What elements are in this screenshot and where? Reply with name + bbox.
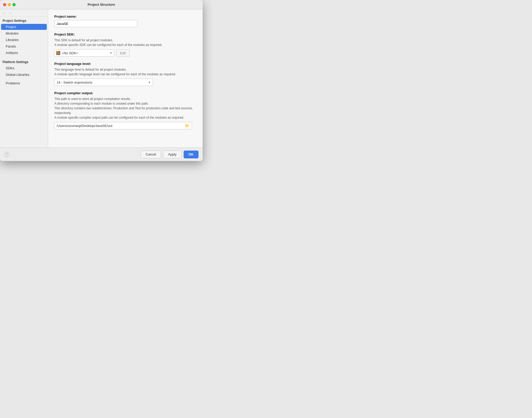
chevron-down-icon: ▼ (148, 81, 151, 84)
apply-button[interactable]: Apply (163, 151, 182, 158)
sidebar-item-artifacts[interactable]: Artifacts (1, 50, 47, 56)
project-sdk-section: Project SDK: This SDK is default for all… (54, 32, 196, 57)
project-name-label: Project name: (54, 15, 196, 18)
chevron-down-icon: ▼ (110, 52, 112, 55)
traffic-lights (3, 3, 16, 6)
content-area: Project name: Project SDK: This SDK is d… (48, 9, 203, 147)
sidebar-nav: ← → (0, 9, 48, 17)
project-language-level-section: Project language level: This language le… (54, 62, 196, 86)
language-level-dropdown[interactable]: 14 - Switch expressions ▼ (54, 79, 153, 86)
sidebar-item-modules[interactable]: Modules (1, 30, 47, 36)
platform-settings-section-label: Platform Settings (0, 58, 48, 65)
bottom-left: ? (4, 152, 139, 157)
sidebar-item-global-libraries[interactable]: Global Libraries (1, 72, 47, 78)
project-name-input[interactable] (54, 20, 137, 27)
compiler-output-path-value: /Users/zoumaoji/Desktop/JavaSE/out (57, 124, 184, 128)
sidebar-item-sdks[interactable]: SDKs (1, 65, 47, 71)
project-settings-section-label: Project Settings (0, 17, 48, 24)
project-language-level-label: Project language level: (54, 62, 196, 66)
maximize-button[interactable] (12, 3, 16, 6)
sidebar-item-project[interactable]: Project (1, 24, 47, 30)
project-language-level-desc: This language level is default for all p… (54, 67, 196, 77)
sdk-dropdown[interactable]: 🔧 <No SDK> ▼ (54, 49, 114, 57)
sdk-icon: 🔧 (56, 51, 60, 55)
forward-arrow[interactable]: → (8, 11, 12, 15)
back-arrow[interactable]: ← (3, 11, 6, 15)
cancel-button[interactable]: Cancel (141, 151, 161, 158)
project-compiler-output-section: Project compiler output: This path is us… (54, 91, 196, 129)
main-layout: ← → Project Settings Project Modules Lib… (0, 9, 203, 147)
sidebar-item-facets[interactable]: Facets (1, 43, 47, 49)
sidebar-item-problems[interactable]: Problems (1, 80, 47, 86)
sidebar-item-libraries[interactable]: Libraries (1, 37, 47, 43)
bottom-bar: ? Cancel Apply OK (0, 147, 203, 161)
sdk-row: 🔧 <No SDK> ▼ Edit (54, 49, 196, 57)
project-name-section: Project name: (54, 15, 196, 27)
compiler-output-path-row: /Users/zoumaoji/Desktop/JavaSE/out 📁 (54, 122, 192, 129)
project-sdk-label: Project SDK: (54, 32, 196, 36)
sidebar: ← → Project Settings Project Modules Lib… (0, 9, 48, 147)
minimize-button[interactable] (8, 3, 11, 6)
close-button[interactable] (3, 3, 6, 6)
sdk-dropdown-value: <No SDK> (62, 51, 108, 55)
project-compiler-output-desc: This path is used to store all project c… (54, 97, 196, 120)
ok-button[interactable]: OK (184, 151, 199, 158)
project-sdk-desc1: This SDK is default for all project modu… (54, 38, 196, 47)
project-compiler-output-label: Project compiler output: (54, 91, 196, 95)
help-icon[interactable]: ? (4, 152, 9, 157)
window-title: Project Structure (88, 3, 115, 6)
language-level-value: 14 - Switch expressions (57, 80, 148, 84)
title-bar: Project Structure (0, 0, 203, 9)
folder-icon[interactable]: 📁 (184, 123, 190, 128)
edit-sdk-button[interactable]: Edit (116, 49, 130, 57)
